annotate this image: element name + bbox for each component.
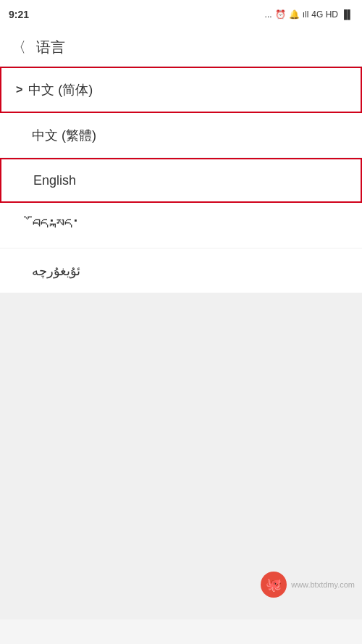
signal-dots: ... xyxy=(265,9,272,20)
language-label-uyghur: ئۇيغۇرچە xyxy=(32,263,80,279)
watermark-text: www.btxtdmy.com xyxy=(291,580,355,589)
alarm-icon: ⏰ xyxy=(275,9,286,20)
clock-icon: 🔔 xyxy=(289,9,300,20)
language-label-zh-traditional: 中文 (繁體) xyxy=(32,127,96,144)
watermark-logo: 🐙 xyxy=(261,572,287,598)
back-button[interactable]: 〈 xyxy=(12,38,26,57)
status-bar: 9:21 ... ⏰ 🔔 ıll 4G HD ▐▌ xyxy=(0,0,362,29)
language-item-uyghur[interactable]: ئۇيغۇرچە xyxy=(0,248,362,293)
language-label-zh-simplified: 中文 (简体) xyxy=(28,81,93,99)
language-label-english: English xyxy=(33,173,76,188)
language-item-zh-simplified[interactable]: > 中文 (简体) xyxy=(0,67,362,113)
watermark: 🐙 www.btxtdmy.com xyxy=(261,572,355,598)
empty-area: 🐙 www.btxtdmy.com xyxy=(0,293,362,619)
page-title: 语言 xyxy=(36,38,65,57)
selected-chevron: > xyxy=(16,83,22,96)
signal-bars: ıll xyxy=(303,9,309,20)
network-type: 4G HD xyxy=(311,9,338,20)
language-item-english[interactable]: English xyxy=(0,158,362,203)
header: 〈 语言 xyxy=(0,29,362,67)
status-time: 9:21 xyxy=(9,9,29,20)
language-item-tibetan[interactable]: བོད་སྐད་ xyxy=(0,203,362,248)
language-item-zh-traditional[interactable]: 中文 (繁體) xyxy=(0,113,362,158)
battery-icon: ▐▌ xyxy=(341,9,353,20)
language-list: > 中文 (简体) 中文 (繁體) English བོད་སྐད་ ئۇيغۇ… xyxy=(0,67,362,293)
status-icons: ... ⏰ 🔔 ıll 4G HD ▐▌ xyxy=(265,9,353,20)
language-label-tibetan: བོད་སྐད་ xyxy=(32,216,80,235)
